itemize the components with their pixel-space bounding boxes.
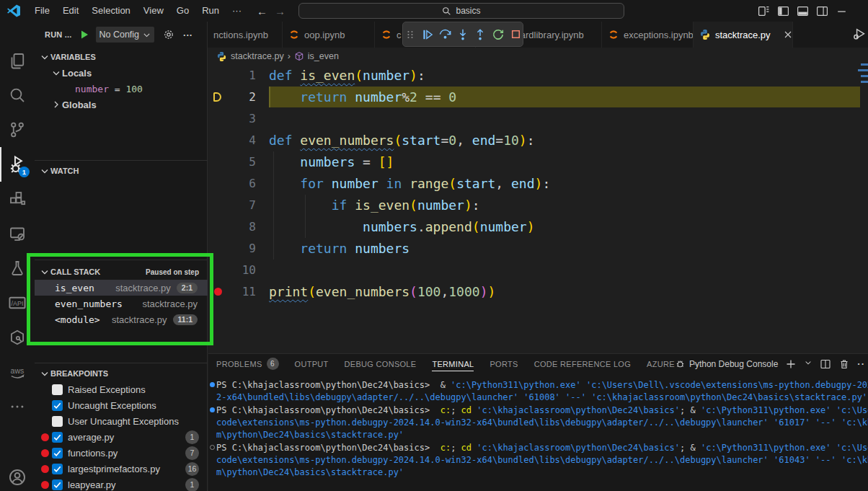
code-line-1: 1def is_even(number): [208,65,868,87]
panel-tab-terminal[interactable]: TERMINAL [424,354,482,373]
breakpoints-header[interactable]: BREAKPOINTS [35,366,208,381]
callstack-frame[interactable]: is_evenstacktrace.py2:1 [35,280,208,296]
variables-header[interactable]: VARIABLES [35,49,208,65]
activity-testing[interactable] [0,251,35,286]
activity-source-control[interactable] [0,112,35,147]
panel-tab-codereferencelog[interactable]: CODE REFERENCE LOG [526,354,639,373]
step-into-button[interactable] [456,27,469,42]
window-controls [758,0,848,22]
activity-hex-tool[interactable] [0,320,35,355]
run-python-file-button[interactable] [852,27,868,42]
activity-remote-explorer[interactable] [0,216,35,251]
tab-label: stacktrace.py [715,30,771,40]
activity-explorer[interactable] [0,43,35,78]
checkbox[interactable] [52,479,63,490]
command-decoration[interactable] [210,445,215,450]
activity-extensions[interactable] [0,182,35,216]
terminal-output[interactable]: PS C:\khajaclassroom\python\Dec24\basics… [208,375,868,491]
call-stack-header[interactable]: CALL STACK Paused on step [35,264,208,280]
breakpoint-file-row[interactable]: average.py1 [35,429,208,445]
callstack-frame[interactable]: even_numbersstacktrace.py [35,296,208,311]
gear-icon[interactable] [163,29,174,40]
command-center-search[interactable]: basics [298,3,624,19]
stop-button[interactable] [509,27,523,42]
breakpoint-file-row[interactable]: leapyear.py1 [35,477,208,491]
breakpoint-exception-row[interactable]: Uncaught Exceptions [35,397,208,413]
panel-tab-ports[interactable]: PORTS [482,354,526,373]
activity-search[interactable] [0,78,35,112]
close-icon[interactable] [782,29,793,40]
step-out-button[interactable] [474,27,487,42]
split-terminal-button[interactable] [820,358,831,370]
nav-back-button[interactable]: ← [257,5,267,17]
breadcrumb-file[interactable]: stacktrace.py [231,51,284,61]
terminal-instance-label[interactable]: Python Debug Console [675,358,778,369]
start-debug-button[interactable] [79,29,90,40]
checkbox[interactable] [52,400,63,411]
watch-header[interactable]: WATCH [35,163,208,179]
line-number: 3 [208,108,256,130]
menu-selection[interactable]: Selection [85,0,136,22]
panel-tab-problems[interactable]: PROBLEMS6 [208,354,287,373]
breakpoint-file-row[interactable]: functions.py7 [35,445,208,461]
activity-run-and-debug[interactable]: 1 [0,147,35,182]
breadcrumb-symbol[interactable]: is_even [308,51,339,61]
toggle-primary-sidebar-button[interactable] [777,5,789,17]
code-editor[interactable]: 1def is_even(number):2 return number%2 =… [208,65,868,353]
toggle-secondary-sidebar-button[interactable] [816,5,828,17]
locals-row[interactable]: Locals [35,65,208,81]
panel-tab-debugconsole[interactable]: DEBUG CONSOLE [337,354,425,373]
overview-ruler-mark [861,75,868,77]
step-over-button[interactable] [438,27,452,42]
breadcrumb-separator: › [288,51,291,61]
line-number: 11 [208,281,256,303]
tab-oopipynb[interactable]: oop.ipynb [283,22,375,48]
panel-tab-output[interactable]: OUTPUT [287,354,337,373]
globals-row[interactable]: Globals [35,97,208,112]
menu-edit[interactable]: Edit [56,0,85,22]
continue-button[interactable] [420,27,434,42]
line-number: 10 [208,260,256,281]
variable-row[interactable]: number = 100 [35,81,208,97]
tab-exceptionsipynb[interactable]: exceptions.ipynb [602,22,694,48]
checkbox[interactable] [52,448,63,459]
run-debug-sidebar: RUN ... No Config ··· VARIABLES [35,22,208,491]
checkbox[interactable] [52,432,63,443]
checkbox[interactable] [52,416,63,427]
toggle-panel-button[interactable] [797,5,809,17]
customize-layout-button[interactable] [758,5,770,17]
menu-file[interactable]: File [28,0,56,22]
panel-more-button[interactable]: ·· [857,358,865,369]
extensions-icon [8,190,27,208]
sidebar-more-button[interactable]: ··· [183,30,192,40]
debug-config-select[interactable]: No Config [96,27,154,43]
nav-forward-button[interactable]: → [275,5,285,17]
menu-view[interactable]: View [137,0,170,22]
callstack-frame[interactable]: <module>stacktrace.py11:1 [35,311,208,327]
breakpoint-exception-row[interactable]: User Uncaught Exceptions [35,413,208,429]
tab-stacktracepy[interactable]: stacktrace.py [694,22,793,48]
menu-run[interactable]: Run [195,0,226,22]
overview-ruler-mark [861,81,868,83]
terminal-dropdown-button[interactable] [804,358,812,370]
activity-aws[interactable]: aws [0,355,35,389]
code-line-6: 6 for number in range(start, end): [208,173,868,195]
activity-more-views[interactable] [0,389,35,424]
command-decoration[interactable] [210,382,215,387]
menu-[interactable]: ··· [226,0,248,22]
code-line-7: 7 if is_even(number): [208,195,868,216]
breakpoint-file-row[interactable]: largestprimefactors.py16 [35,461,208,477]
command-decoration[interactable] [210,407,215,412]
breakpoint-exception-row[interactable]: Raised Exceptions [35,381,208,397]
kill-terminal-button[interactable] [838,358,850,370]
checkbox[interactable] [52,384,63,395]
checkbox[interactable] [52,464,63,474]
tab-nctionsipynb[interactable]: nctions.ipynb [208,22,283,48]
activity-accounts[interactable] [0,460,35,491]
restart-button[interactable] [491,27,505,42]
ellipsis-icon [8,397,27,416]
minimize-button[interactable] [836,5,848,17]
activity-api-client[interactable]: /API [0,286,35,320]
new-terminal-button[interactable] [785,358,797,370]
menu-go[interactable]: Go [170,0,195,22]
